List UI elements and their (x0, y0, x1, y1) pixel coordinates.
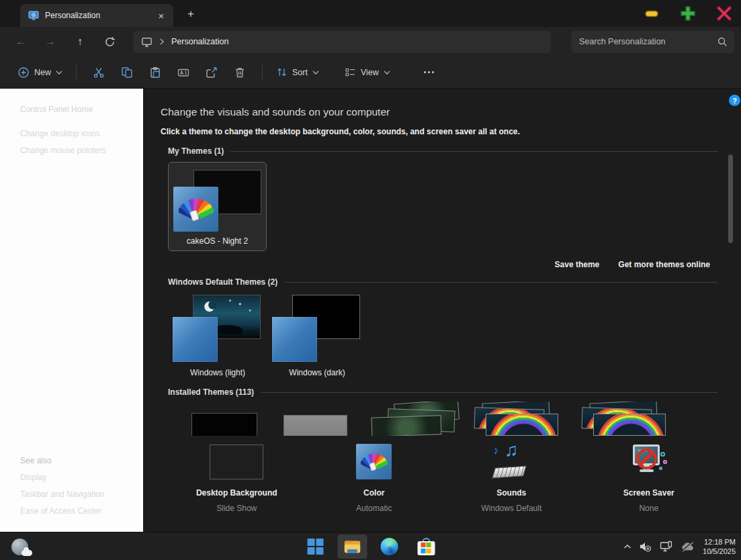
sort-button[interactable]: Sort (271, 62, 324, 82)
see-also-heading: See also (20, 453, 136, 469)
search-box[interactable] (571, 31, 734, 53)
setting-screen-saver[interactable]: Screen Saver None (580, 444, 718, 513)
installed-theme-thumbnail[interactable] (284, 415, 347, 436)
vertical-scrollbar[interactable] (728, 154, 733, 243)
cut-icon (93, 66, 105, 79)
share-button[interactable] (198, 61, 226, 84)
up-button[interactable]: ↑ (69, 31, 91, 52)
theme-name: Windows (light) (168, 368, 267, 377)
breadcrumb-chevron-icon (159, 38, 165, 45)
installed-themes-header: Installed Themes (113) (161, 387, 741, 397)
see-more-button[interactable] (419, 66, 439, 79)
rename-button[interactable] (169, 61, 198, 84)
new-button[interactable]: New (12, 62, 68, 83)
sounds-icon: ♪ ♫ (492, 444, 531, 479)
theme-name: cakeOS - Night 2 (169, 236, 266, 246)
my-themes-header: My Themes (1) (161, 146, 741, 156)
view-button[interactable]: View (339, 62, 396, 82)
minimize-icon (643, 5, 660, 22)
help-button[interactable]: ? (729, 95, 740, 106)
close-icon (715, 5, 733, 22)
sidebar-see-also: See also Display Taskbar and Navigation … (20, 453, 136, 520)
default-themes-header: Windows Default Themes (2) (161, 277, 741, 287)
sidebar-item-change-desktop-icons[interactable]: Change desktop icons (20, 126, 136, 142)
new-tab-button[interactable]: + (183, 6, 199, 22)
explorer-window: Personalization × + ← → ↑ Personalizatio… (0, 0, 741, 560)
setting-color[interactable]: Color Automatic (306, 444, 443, 513)
delete-button[interactable] (226, 61, 254, 84)
paste-button[interactable] (141, 61, 169, 84)
file-explorer-button[interactable] (337, 534, 367, 559)
tab-title: Personalization (45, 11, 148, 20)
theme-windows-light[interactable]: Windows (light) (168, 293, 267, 380)
hidden-icons-chevron[interactable] (623, 544, 631, 549)
sidebar-item-ease-of-access[interactable]: Ease of Access Center (20, 503, 136, 520)
setting-sounds[interactable]: ♪ ♫ Sounds Windows Default (443, 444, 580, 513)
share-icon (206, 66, 218, 79)
color-icon (356, 444, 392, 479)
cut-button[interactable] (85, 61, 113, 84)
theme-settings-row: Desktop Background Slide Show (161, 444, 741, 513)
search-icon (717, 36, 728, 47)
sidebar-item-display[interactable]: Display (20, 469, 136, 486)
back-button[interactable]: ← (9, 31, 32, 52)
this-pc-icon (141, 36, 152, 48)
sort-icon (276, 66, 288, 78)
theme-windows-dark[interactable]: Windows (dark) (267, 293, 367, 380)
rename-icon (177, 66, 189, 79)
volume-muted-icon[interactable] (639, 541, 652, 553)
chevron-down-icon (312, 71, 319, 75)
widgets-button[interactable] (4, 534, 35, 559)
copy-button[interactable] (113, 61, 141, 84)
taskbar: 12:18 PM 10/5/2025 (0, 532, 741, 560)
edge-icon (380, 538, 398, 555)
save-theme-link[interactable]: Save theme (555, 260, 600, 269)
control-panel-sidebar: Control Panel Home Change desktop icons … (0, 89, 143, 532)
command-toolbar: New Sort View (0, 56, 741, 89)
window-controls (643, 0, 733, 27)
personalization-icon (28, 10, 39, 21)
delete-icon (234, 66, 246, 79)
tab-personalization[interactable]: Personalization × (20, 4, 173, 27)
clock-date: 10/5/2025 (703, 547, 736, 556)
page-title: Change the visuals and sounds on your co… (161, 106, 741, 118)
theme-actions: Save theme Get more themes online (161, 260, 741, 269)
microsoft-store-button[interactable] (411, 534, 441, 559)
maximize-icon (679, 5, 697, 22)
new-plus-icon (17, 66, 30, 79)
sidebar-item-change-mouse-pointers[interactable]: Change mouse pointers (20, 142, 136, 159)
microsoft-store-icon (417, 538, 435, 556)
forward-button[interactable]: → (39, 31, 62, 52)
sidebar-item-taskbar-and-navigation[interactable]: Taskbar and Navigation (20, 486, 136, 503)
onedrive-offline-icon[interactable] (681, 541, 695, 552)
copy-icon (121, 66, 133, 79)
get-more-themes-link[interactable]: Get more themes online (618, 260, 710, 269)
toolbar-divider (76, 65, 77, 80)
edge-button[interactable] (374, 534, 404, 559)
windows-theme-icon (173, 317, 218, 362)
windows-theme-icon (272, 317, 317, 362)
theme-cakeos-night-2[interactable]: cakeOS - Night 2 (168, 162, 267, 251)
refresh-button[interactable] (98, 31, 121, 52)
paste-icon (149, 66, 161, 79)
tab-close-icon[interactable]: × (155, 9, 168, 22)
desktop-background-icon (210, 445, 263, 479)
sidebar-top: Control Panel Home Change desktop icons … (20, 105, 136, 159)
breadcrumb-location[interactable]: Personalization (171, 37, 228, 46)
start-button[interactable] (300, 534, 330, 559)
toolbar-divider (262, 65, 263, 80)
sidebar-item-control-panel-home[interactable]: Control Panel Home (20, 105, 136, 114)
minimize-button[interactable] (643, 5, 660, 22)
maximize-button[interactable] (679, 5, 697, 22)
taskbar-center (300, 534, 441, 559)
search-input[interactable] (579, 37, 717, 46)
setting-desktop-background[interactable]: Desktop Background Slide Show (168, 444, 306, 513)
connected-devices-icon[interactable] (660, 541, 673, 553)
taskbar-clock[interactable]: 12:18 PM 10/5/2025 (703, 537, 736, 556)
installed-theme-thumbnail[interactable] (191, 413, 257, 436)
windows-logo-icon (307, 539, 323, 555)
app-body: Control Panel Home Change desktop icons … (0, 89, 741, 532)
clock-time: 12:18 PM (703, 537, 736, 547)
address-bar[interactable]: Personalization (133, 31, 551, 53)
close-button[interactable] (715, 5, 733, 22)
